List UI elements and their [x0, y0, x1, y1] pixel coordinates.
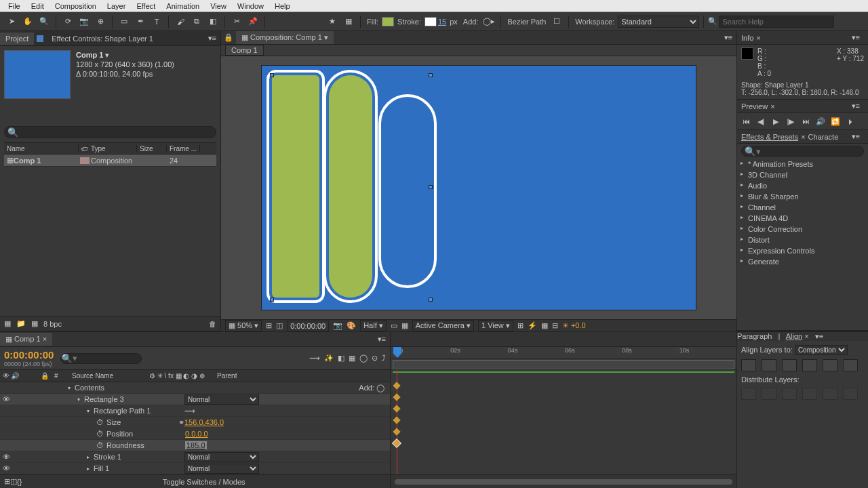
viewer[interactable]	[221, 56, 736, 319]
stopwatch-size-icon[interactable]: ⏱	[96, 418, 104, 426]
align-right-icon[interactable]	[782, 359, 797, 371]
time-display[interactable]: 0:00:00:00	[287, 321, 329, 331]
fill-swatch[interactable]	[382, 17, 394, 26]
menu-edit[interactable]: Edit	[26, 1, 50, 12]
camera-tool-icon[interactable]: 📷	[77, 15, 92, 28]
mode-stroke[interactable]: Normal	[184, 452, 259, 462]
clone-tool-icon[interactable]: ⧉	[189, 15, 204, 28]
timeline-menu-icon[interactable]: ▾≡	[374, 335, 390, 344]
first-frame-icon[interactable]: ⏮	[740, 116, 752, 127]
preview-menu-icon[interactable]: ▾≡	[848, 102, 864, 110]
tracks-area[interactable]	[391, 370, 736, 474]
align-vcenter-icon[interactable]	[823, 359, 837, 371]
timecode[interactable]: 0:00:00:00	[4, 349, 54, 361]
mask-icon[interactable]: ◫	[276, 321, 283, 330]
align-to-select[interactable]: Composition	[795, 345, 848, 355]
preset-channel[interactable]: Channel	[737, 202, 868, 213]
snap-icon[interactable]: ★	[325, 15, 340, 28]
add-menu-icon[interactable]: ◯▸	[481, 15, 496, 28]
view-dropdown[interactable]: 1 View ▾	[478, 320, 513, 331]
anchor-tool-icon[interactable]: ⊕	[93, 15, 108, 28]
snapshot-icon[interactable]: 📷	[333, 321, 342, 330]
kf1[interactable]	[393, 382, 400, 389]
add-button[interactable]: Add: ◯	[359, 384, 384, 392]
row-contents[interactable]: Contents	[75, 384, 104, 392]
zoom-dropdown[interactable]: ▦ 50% ▾	[225, 320, 262, 331]
rotate-tool-icon[interactable]: ⟳	[60, 15, 75, 28]
panel-menu-icon[interactable]: ▾≡	[204, 34, 220, 43]
menu-help[interactable]: Help	[269, 1, 296, 12]
eye-rect3-icon[interactable]: 👁	[3, 395, 10, 403]
menu-file[interactable]: File	[3, 1, 26, 12]
tw-rect3[interactable]: ▾	[77, 396, 84, 403]
eye-stroke-icon[interactable]: 👁	[3, 453, 10, 461]
tw-fill[interactable]: ▸	[87, 466, 94, 472]
kf5[interactable]	[393, 428, 400, 435]
roto-tool-icon[interactable]: ✂	[229, 15, 244, 28]
shape-rect2[interactable]	[329, 75, 372, 298]
grid-icon[interactable]: ▦	[341, 15, 356, 28]
flowchart-icon[interactable]: ⊟	[552, 321, 558, 330]
stroke-swatch[interactable]	[425, 17, 437, 26]
preset-expression[interactable]: Expression Controls	[737, 245, 868, 256]
roi-icon[interactable]: ▭	[391, 321, 397, 330]
paragraph-tab[interactable]: Paragraph	[737, 332, 772, 340]
preset-color-correction[interactable]: Color Correction	[737, 224, 868, 235]
align-top-icon[interactable]	[802, 359, 817, 371]
align-hcenter-icon[interactable]	[762, 359, 776, 371]
next-frame-icon[interactable]: |▶	[785, 116, 797, 127]
eye-fill-icon[interactable]: 👁	[3, 464, 10, 472]
toggle-switches-button[interactable]: Toggle Switches / Modes	[22, 478, 386, 486]
tw-rectpath[interactable]: ▾	[87, 408, 94, 414]
row-size[interactable]: Size	[104, 418, 178, 426]
comp-panel-menu-icon[interactable]: ▾≡	[720, 33, 736, 42]
menu-view[interactable]: View	[205, 1, 232, 12]
zoom-tool-icon[interactable]: 🔍	[37, 15, 52, 28]
tw-stroke[interactable]: ▸	[87, 454, 94, 460]
col-source[interactable]: Source Name	[68, 372, 149, 380]
linkpath-icon[interactable]: ⟿	[184, 407, 195, 415]
puppet-tool-icon[interactable]: 📌	[245, 15, 260, 28]
mute-icon[interactable]: 🔊	[814, 116, 827, 127]
link-icon[interactable]: ⚭	[178, 418, 184, 427]
tl-icon3[interactable]: ◧	[338, 354, 344, 363]
tl-foot-icon1[interactable]: ⊞	[4, 477, 10, 486]
text-tool-icon[interactable]: T	[149, 15, 164, 28]
handle-mr[interactable]	[429, 185, 433, 189]
folder-icon[interactable]: 📁	[16, 319, 26, 328]
preset-cinema4d[interactable]: CINEMA 4D	[737, 213, 868, 224]
character-tab[interactable]: Characte	[808, 133, 839, 141]
hand-tool-icon[interactable]: ✋	[20, 15, 35, 28]
handle-tr[interactable]	[429, 73, 433, 77]
preset-animation-presets[interactable]: * Animation Presets	[737, 159, 868, 169]
canvas[interactable]	[262, 66, 696, 310]
menu-layer[interactable]: Layer	[102, 1, 132, 12]
mode-rect3[interactable]: Normal	[184, 394, 259, 405]
tl-foot-icon2[interactable]: ◫	[10, 477, 17, 486]
comp-thumbnail[interactable]	[4, 50, 71, 99]
effects-search-input[interactable]	[741, 146, 864, 157]
eraser-tool-icon[interactable]: ◧	[205, 15, 220, 28]
exposure-value[interactable]: ☀ +0.0	[562, 321, 586, 330]
timeline-search-input[interactable]	[60, 353, 142, 364]
row-roundness[interactable]: Roundness	[104, 441, 185, 449]
trash-icon[interactable]: 🗑	[209, 320, 216, 328]
row-position[interactable]: Position	[104, 430, 185, 438]
project-row-comp1[interactable]: ▦ Comp 1 Composition 24	[4, 155, 216, 167]
project-search-input[interactable]	[4, 126, 216, 138]
kf4[interactable]	[393, 416, 400, 424]
prev-frame-icon[interactable]: ◀|	[755, 116, 767, 127]
menu-composition[interactable]: Composition	[50, 1, 102, 12]
tw-contents[interactable]: ▾	[68, 385, 75, 391]
preset-blur[interactable]: Blur & Sharpen	[737, 191, 868, 202]
tab-effect-controls[interactable]: Effect Controls: Shape Layer 1	[46, 33, 159, 45]
preset-distort[interactable]: Distort	[737, 235, 868, 245]
channel-icon[interactable]: 🎨	[347, 321, 356, 330]
tl-icon7[interactable]: ⤴	[382, 354, 386, 363]
timeline-icon[interactable]: ▦	[541, 321, 548, 330]
camera-dropdown[interactable]: Active Camera ▾	[412, 320, 474, 331]
stroke-width[interactable]: 15	[438, 18, 446, 26]
layer-bar[interactable]	[393, 371, 734, 373]
bpc-label[interactable]: 8 bpc	[43, 320, 62, 328]
menu-animation[interactable]: Animation	[161, 1, 205, 12]
